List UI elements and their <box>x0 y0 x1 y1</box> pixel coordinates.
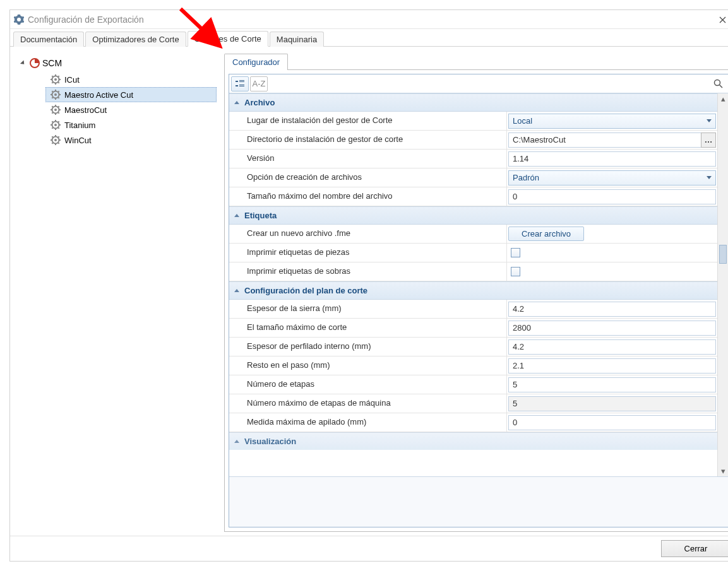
prop-label: Medida máxima de apilado (mm) <box>229 413 507 432</box>
collapse-icon <box>234 440 239 443</box>
svg-point-12 <box>54 93 57 96</box>
tree-item-maestrocut[interactable]: MaestroCut <box>45 102 217 117</box>
property-search-input[interactable] <box>270 76 707 91</box>
svg-line-39 <box>52 127 53 129</box>
prop-label: Imprimir etiquetas de piezas <box>229 244 507 262</box>
tree-item-label: MaestroCut <box>64 105 107 115</box>
svg-line-37 <box>52 121 53 122</box>
tree-item-label: WinCut <box>64 136 92 145</box>
tamano-input[interactable] <box>508 189 716 204</box>
tamano-max-input[interactable] <box>508 321 716 336</box>
tree-item-label: ICut <box>64 75 80 85</box>
collapse-icon <box>234 289 239 292</box>
close-icon <box>719 16 726 23</box>
row-tamano-nombre: Tamaño máximo del nombre del archivo <box>229 187 717 206</box>
section-archivo[interactable]: Archivo <box>229 93 717 112</box>
gear-icon <box>51 135 61 145</box>
prop-label: Lugar de instalación del gestor de Corte <box>229 112 507 130</box>
svg-line-58 <box>719 85 722 88</box>
prop-label: Opción de creación de archivos <box>229 168 507 187</box>
imprimir-piezas-checkbox[interactable] <box>511 248 520 257</box>
resto-input[interactable] <box>508 358 716 374</box>
row-numero-max-etapas: Número máximo de etapas de máquina <box>229 394 717 413</box>
window-title: Configuración de Exportación <box>28 15 144 25</box>
crear-archivo-button[interactable]: Crear archivo <box>508 227 584 241</box>
gear-icon <box>51 105 61 115</box>
espesor-perf-input[interactable] <box>508 339 716 355</box>
tab-optimizadores[interactable]: Optimizadores de Corte <box>85 32 186 47</box>
tab-gestores[interactable]: Gestores de Corte <box>188 31 268 47</box>
property-description-area <box>229 476 728 527</box>
tab-documentacion[interactable]: Documentación <box>13 32 84 47</box>
prop-label: El tamaño máximo de corte <box>229 319 507 337</box>
row-opcion-creacion: Opción de creación de archivos Padrón <box>229 168 717 187</box>
row-imprimir-sobras: Imprimir etiquetas de sobras <box>229 262 717 281</box>
lugar-dropdown[interactable]: Local <box>508 114 716 129</box>
opcion-dropdown[interactable]: Padrón <box>508 170 716 185</box>
svg-line-50 <box>58 136 59 138</box>
tree-item-maestro-active-cut[interactable]: Maestro Active Cut <box>45 87 217 102</box>
imprimir-sobras-checkbox[interactable] <box>511 267 520 276</box>
medida-apilado-input[interactable] <box>508 415 716 430</box>
tree-item-label: Maestro Active Cut <box>64 90 133 100</box>
search-button[interactable] <box>710 76 726 91</box>
svg-line-7 <box>52 76 53 77</box>
tree-item-wincut[interactable]: WinCut <box>45 132 217 148</box>
tab-configurador[interactable]: Configurador <box>224 54 288 70</box>
property-toolbar: A-Z <box>229 74 728 93</box>
window-close-button[interactable] <box>708 10 728 29</box>
svg-rect-51 <box>236 81 238 82</box>
property-grid-container: A-Z Archivo Lugar de instalación del <box>224 69 728 532</box>
section-title: Archivo <box>244 98 275 107</box>
section-visualizacion[interactable]: Visualización <box>229 432 717 450</box>
categorize-button[interactable] <box>231 76 249 91</box>
espesor-sierra-input[interactable] <box>508 302 716 317</box>
directorio-input[interactable] <box>508 132 701 148</box>
chevron-down-icon <box>707 176 712 179</box>
num-max-etapas-input <box>508 396 716 411</box>
svg-line-47 <box>52 136 53 138</box>
svg-rect-52 <box>239 80 244 81</box>
svg-line-27 <box>52 106 53 107</box>
dialog-footer: Cerrar <box>10 536 728 561</box>
svg-line-19 <box>52 97 53 98</box>
section-etiqueta[interactable]: Etiqueta <box>229 206 717 225</box>
svg-line-8 <box>58 82 59 83</box>
row-version: Versión <box>229 150 717 168</box>
svg-line-20 <box>58 91 59 92</box>
svg-line-28 <box>58 112 59 114</box>
prop-label: Tamaño máximo del nombre del archivo <box>229 187 507 206</box>
chevron-down-icon <box>707 119 712 122</box>
version-input[interactable] <box>508 151 716 167</box>
tree-item-icut[interactable]: ICut <box>45 72 217 87</box>
collapse-icon <box>234 214 239 217</box>
prop-label: Versión <box>229 150 507 168</box>
browse-button[interactable]: … <box>701 132 716 148</box>
cerrar-button[interactable]: Cerrar <box>661 540 728 557</box>
svg-line-9 <box>52 82 53 83</box>
property-body: Archivo Lugar de instalación del gestor … <box>229 93 728 476</box>
svg-line-10 <box>58 76 59 77</box>
prop-label: Imprimir etiquetas de sobras <box>229 262 507 281</box>
tree-item-titanium[interactable]: Titanium <box>45 117 217 132</box>
svg-rect-55 <box>239 85 244 85</box>
property-scroll: Archivo Lugar de instalación del gestor … <box>229 93 717 476</box>
num-etapas-input[interactable] <box>508 377 716 392</box>
scroll-handle[interactable] <box>719 245 727 264</box>
section-plan-corte[interactable]: Configuración del plan de corte <box>229 281 717 300</box>
row-espesor-sierra: Espesor de la sierra (mm) <box>229 300 717 319</box>
prop-label: Crear un nuevo archivo .fme <box>229 225 507 243</box>
gear-icon <box>51 120 61 130</box>
section-title: Etiqueta <box>244 211 277 220</box>
row-espesor-perfilado: Espesor de perfilado interno (mm) <box>229 338 717 356</box>
tree-root-scm[interactable]: SCM <box>21 58 217 68</box>
svg-rect-54 <box>236 85 238 86</box>
prop-label: Directorio de instalación de gestor de c… <box>229 131 507 149</box>
vertical-scrollbar[interactable]: ▴ ▾ <box>717 93 728 476</box>
gear-icon <box>51 74 61 85</box>
tab-maquinaria[interactable]: Maquinaria <box>270 32 324 47</box>
sort-alpha-button[interactable]: A-Z <box>250 76 268 91</box>
svg-point-42 <box>54 139 57 141</box>
scroll-down-icon: ▾ <box>718 466 728 476</box>
row-imprimir-piezas: Imprimir etiquetas de piezas <box>229 244 717 262</box>
